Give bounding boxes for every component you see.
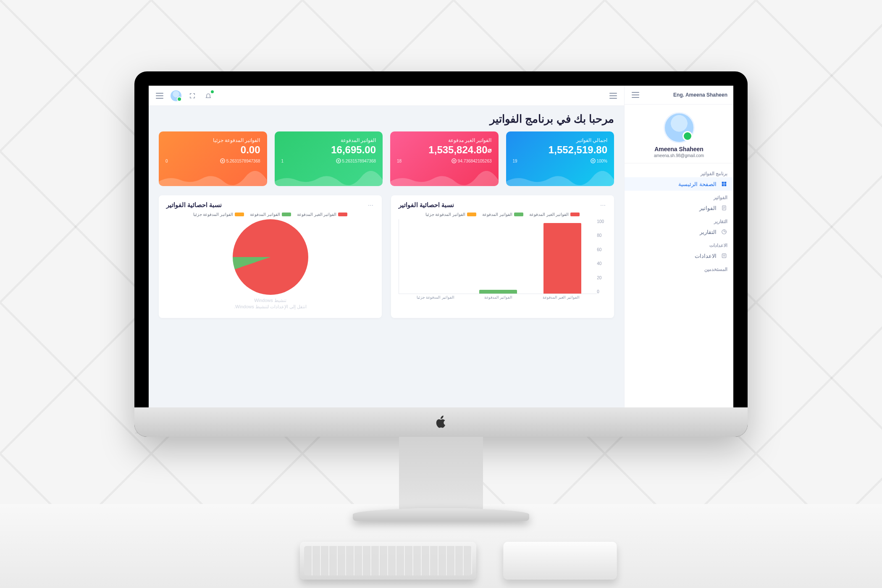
sidebar-group-title: المستخدمين	[625, 262, 733, 273]
sidebar-group-title: الفواتير	[625, 191, 733, 201]
sidebar-item[interactable]: الاعدادات	[625, 249, 733, 262]
report-icon	[721, 228, 727, 235]
invoice-icon	[721, 205, 727, 211]
stat-card[interactable]: الفواتير المدفوعة16,695.005.263157894736…	[275, 131, 383, 186]
y-tick: 20	[597, 276, 601, 280]
card-detail: 94.736842105263	[450, 158, 491, 163]
card-detail: 100%	[589, 158, 607, 163]
card-label: الفواتير المدفوعة	[281, 137, 376, 143]
bar	[543, 223, 581, 294]
bar-chart: 100806040200 الفواتير الغير المدفوعةالفو…	[399, 219, 606, 303]
sidebar-item-label: الفواتير	[699, 205, 717, 211]
topbar	[149, 86, 624, 106]
card-label: اجمالي الفواتير	[513, 137, 608, 143]
panel-menu-icon[interactable]: ⋯	[600, 202, 606, 208]
card-count: 0	[165, 159, 168, 163]
card-detail: 5.2631578947368	[218, 158, 260, 163]
stat-card[interactable]: الفواتير الغير مدفوعة⌀1,535,824.8094.736…	[390, 131, 499, 186]
bar	[479, 290, 517, 294]
x-tick: الفواتير المدفوعة	[484, 295, 513, 299]
stat-card[interactable]: الفواتير المدفوعة جزئيا0.005.26315789473…	[159, 131, 267, 186]
x-tick: الفواتير الغير المدفوعة	[543, 295, 580, 299]
bar-legend: الفواتير الغير المدفوعة الفواتير المدفوع…	[399, 212, 606, 217]
sidebar-item-label: التقارير	[700, 229, 717, 235]
sidebar-item-label: الاعدادات	[695, 253, 717, 259]
legend-label: الفواتير الغير المدفوعة	[529, 212, 569, 217]
monitor-mockup: Eng. Ameena Shaheen Ameena Shaheen ameen…	[134, 71, 748, 437]
sidebar-group-title: التقارير	[625, 215, 733, 225]
y-tick: 100	[597, 219, 604, 224]
card-count: 1	[281, 159, 284, 163]
profile-block: Ameena Shaheen ameena.sh.98@gmail.com	[625, 105, 733, 163]
card-detail: 5.2631578947368	[334, 158, 376, 163]
sidebar-group-title: الاعدادات	[625, 239, 733, 249]
svg-rect-1	[724, 182, 727, 184]
sidebar: Eng. Ameena Shaheen Ameena Shaheen ameen…	[624, 86, 733, 407]
sidebar-collapse-icon[interactable]	[630, 90, 640, 100]
stat-cards: اجمالي الفواتير1,552,519.80100% 19الفوات…	[159, 131, 614, 186]
card-count: 19	[513, 159, 517, 163]
profile-name: Ameena Shaheen	[630, 146, 727, 152]
keyboard	[300, 542, 476, 580]
y-tick: 40	[597, 261, 601, 266]
card-value: 0.00	[165, 144, 260, 156]
stat-card[interactable]: اجمالي الفواتير1,552,519.80100% 19	[506, 131, 614, 186]
page-title: مرحبا بك في برنامج الفواتير	[159, 113, 614, 126]
panel-pie-chart: ⋯ نسبة احصائية الفواتير الفواتير الغير ا…	[159, 195, 382, 318]
sidebar-item[interactable]: الفواتير	[625, 201, 733, 215]
legend-label: الفواتير المدفوعة جزئيا	[193, 212, 234, 217]
card-label: الفواتير المدفوعة جزئيا	[165, 137, 260, 143]
menu-toggle-icon[interactable]	[155, 91, 165, 101]
panel-bar-chart: ⋯ نسبة احصائية الفواتير الفواتير الغير ا…	[391, 195, 614, 318]
card-label: الفواتير الغير مدفوعة	[397, 137, 492, 143]
legend-label: الفواتير المدفوعة جزئيا	[425, 212, 466, 217]
grid-icon	[721, 181, 727, 187]
right-menu-icon[interactable]	[608, 91, 618, 101]
card-value: 16,695.00	[281, 144, 376, 156]
y-tick: 60	[597, 247, 601, 252]
apple-logo-icon	[434, 414, 448, 430]
x-tick: الفواتير المدفوعة جزئيا	[417, 295, 454, 299]
sidebar-menu: برنامج الفواتيرالصفحة الرئيسيةالفواتيرال…	[625, 163, 733, 276]
legend-label: الفواتير المدفوعة	[482, 212, 512, 217]
panel-pie-title: نسبة احصائية الفواتير	[166, 201, 222, 209]
notifications-icon[interactable]	[203, 91, 213, 101]
profile-email: ameena.sh.98@gmail.com	[630, 153, 727, 158]
card-count: 18	[397, 159, 402, 163]
sidebar-item[interactable]: الصفحة الرئيسية	[625, 177, 733, 191]
sidebar-item[interactable]: التقارير	[625, 225, 733, 239]
card-value: ⌀1,535,824.80	[397, 144, 492, 156]
sidebar-group-title: برنامج الفواتير	[625, 167, 733, 177]
y-tick: 80	[597, 233, 601, 238]
y-tick: 0	[597, 289, 599, 294]
legend-label: الفواتير الغير المدفوعة	[297, 212, 337, 217]
sidebar-item-label: الصفحة الرئيسية	[678, 181, 717, 187]
svg-rect-3	[724, 184, 727, 186]
svg-rect-0	[722, 182, 724, 184]
avatar	[664, 112, 695, 143]
legend-label: الفواتير المدفوعة	[250, 212, 280, 217]
fullscreen-icon[interactable]	[187, 91, 197, 101]
windows-activation-note: تنشيط Windows انتقل إلى الإعدادات لتنشيط…	[166, 297, 374, 310]
settings-icon	[721, 252, 727, 259]
svg-rect-2	[722, 184, 724, 186]
card-value: 1,552,519.80	[513, 144, 608, 156]
pie-legend: الفواتير الغير المدفوعة الفواتير المدفوع…	[166, 212, 374, 217]
pie-chart	[233, 219, 308, 295]
trackpad	[504, 542, 617, 580]
header-user-label: Eng. Ameena Shaheen	[673, 92, 727, 98]
panel-menu-icon[interactable]: ⋯	[368, 202, 374, 208]
topbar-avatar[interactable]	[171, 90, 181, 101]
panel-bar-title: نسبة احصائية الفواتير	[399, 201, 454, 209]
